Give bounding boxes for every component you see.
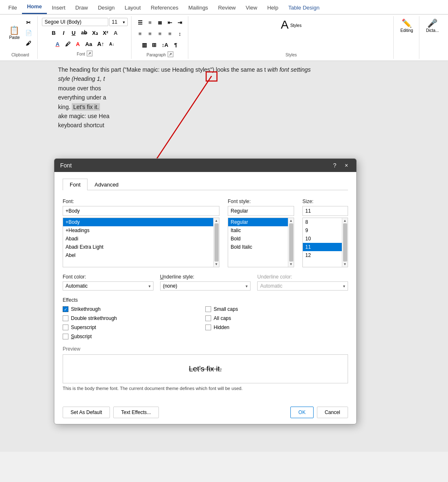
superscript-row[interactable]: Superscript (63, 325, 205, 330)
font-color-dropdown[interactable]: Automatic ▾ (63, 281, 153, 291)
styles-button[interactable]: A Styles (278, 18, 304, 32)
tab-draw[interactable]: Draw (71, 1, 93, 14)
borders-button[interactable]: ⊞ (150, 40, 159, 49)
dialog-help-button[interactable]: ? (331, 162, 339, 169)
style-scroll-up[interactable]: ▲ (290, 219, 293, 223)
change-case-button[interactable]: Aa (83, 39, 95, 48)
font-color-button[interactable]: A (53, 39, 62, 48)
size-8[interactable]: 8 (303, 218, 342, 226)
tab-mailings[interactable]: Mailings (183, 1, 213, 14)
paste-button[interactable]: 📋 Paste (7, 25, 22, 41)
font-size-dropdown[interactable]: 11 ▾ (109, 18, 128, 26)
tab-insert[interactable]: Insert (47, 1, 71, 14)
font-list-item-abel[interactable]: Abel (63, 251, 213, 259)
tab-design[interactable]: Design (93, 1, 119, 14)
ok-button[interactable]: OK (290, 407, 313, 418)
numbering-button[interactable]: ≡ (146, 18, 155, 27)
style-bold-italic[interactable]: Bold Italic (228, 243, 288, 251)
underline-button[interactable]: U (69, 28, 78, 37)
size-scroll-thumb[interactable] (343, 223, 347, 262)
strikethrough-button[interactable]: ab̶ (79, 28, 89, 37)
tab-table-design[interactable]: Table Design (283, 1, 324, 14)
paragraph-dialog-launcher[interactable]: ↗ (168, 51, 173, 57)
double-strikethrough-checkbox[interactable] (63, 315, 68, 321)
bold-button[interactable]: B (49, 28, 58, 37)
scroll-down-arrow[interactable]: ▼ (215, 262, 218, 266)
scroll-up-arrow[interactable]: ▲ (215, 219, 218, 223)
tab-layout[interactable]: Layout (119, 1, 146, 14)
align-center-button[interactable]: ≡ (146, 29, 155, 38)
shading-button[interactable]: ▥ (140, 40, 149, 49)
font-list-item-body[interactable]: +Body (63, 218, 213, 226)
font-list-item-abadi[interactable]: Abadi (63, 235, 213, 243)
size-9[interactable]: 9 (303, 226, 342, 235)
size-list-scrollbar[interactable]: ▲ ▼ (342, 218, 348, 267)
font-dialog-launcher[interactable]: ↗ (87, 51, 93, 56)
cut-button[interactable]: ✂ (23, 18, 34, 27)
subscript-row[interactable]: Subscript (63, 334, 205, 339)
decrease-indent-button[interactable]: ⇤ (166, 18, 175, 27)
shrink-font-button[interactable]: A↓ (107, 39, 116, 48)
copy-button[interactable]: 📄 (23, 28, 34, 37)
size-input[interactable] (302, 206, 348, 216)
style-italic[interactable]: Italic (228, 226, 288, 235)
set-as-default-button[interactable]: Set As Default (63, 407, 110, 418)
format-painter-button[interactable]: 🖌 (23, 39, 34, 48)
align-left-button[interactable]: ≡ (136, 29, 145, 38)
superscript-checkbox[interactable] (63, 325, 68, 330)
strikethrough-checkbox[interactable]: ✓ (63, 306, 68, 312)
superscript-button[interactable]: X² (101, 28, 110, 37)
highlight-button[interactable]: 🖊 (63, 39, 73, 48)
increase-indent-button[interactable]: ⇥ (175, 18, 185, 27)
style-scroll-down[interactable]: ▼ (290, 262, 293, 266)
hidden-row[interactable]: Hidden (205, 325, 348, 330)
size-10[interactable]: 10 (303, 235, 342, 243)
style-bold[interactable]: Bold (228, 235, 288, 243)
grow-font-button[interactable]: A↑ (95, 39, 106, 48)
tab-file[interactable]: File (3, 1, 22, 14)
sort-button[interactable]: ↕A (160, 40, 170, 49)
subscript-checkbox[interactable] (63, 334, 68, 339)
line-spacing-button[interactable]: ↕ (175, 29, 185, 38)
size-scroll-up[interactable]: ▲ (343, 219, 347, 223)
font-name-dropdown[interactable]: Segoe UI (Body) (42, 18, 108, 26)
all-caps-checkbox[interactable] (205, 315, 211, 321)
multilevel-button[interactable]: ≣ (156, 18, 165, 27)
align-right-button[interactable]: ≡ (156, 29, 165, 38)
font-name-input[interactable] (63, 206, 219, 216)
small-caps-row[interactable]: Small caps (205, 306, 348, 312)
text-effects-ribbon-button[interactable]: A (111, 28, 120, 37)
style-regular[interactable]: Regular (228, 218, 288, 226)
tab-font[interactable]: Font (63, 179, 88, 190)
font-style-input[interactable] (228, 206, 294, 216)
size-11[interactable]: 11 (303, 243, 342, 251)
style-list-scrollbar[interactable]: ▲ ▼ (288, 218, 294, 267)
font-list-item-headings[interactable]: +Headings (63, 226, 213, 235)
tab-references[interactable]: References (146, 1, 183, 14)
font-color2-button[interactable]: A (73, 39, 83, 48)
bullets-button[interactable]: ☰ (136, 18, 145, 27)
size-scroll-down[interactable]: ▼ (343, 262, 347, 266)
font-list-scrollbar[interactable]: ▲ ▼ (213, 218, 219, 267)
dictate-button[interactable]: 🎤 Dicta... (424, 18, 441, 34)
tab-help[interactable]: Help (262, 1, 283, 14)
subscript-button[interactable]: X₂ (90, 28, 100, 37)
tab-view[interactable]: View (241, 1, 262, 14)
cancel-button[interactable]: Cancel (317, 407, 348, 418)
tab-advanced[interactable]: Advanced (88, 179, 126, 190)
scroll-thumb[interactable] (214, 223, 219, 262)
double-strikethrough-row[interactable]: Double strikethrough (63, 315, 205, 321)
dialog-close-button[interactable]: × (342, 162, 351, 169)
hidden-checkbox[interactable] (205, 325, 211, 330)
tab-home[interactable]: Home (22, 0, 47, 14)
show-hide-button[interactable]: ¶ (171, 40, 180, 49)
style-scroll-thumb[interactable] (289, 223, 293, 262)
font-list-item-abadi-light[interactable]: Abadi Extra Light (63, 243, 213, 251)
small-caps-checkbox[interactable] (205, 306, 211, 312)
editing-button[interactable]: ✏️ Editing (398, 18, 416, 34)
tab-review[interactable]: Review (213, 1, 241, 14)
size-12[interactable]: 12 (303, 251, 342, 259)
text-effects-button[interactable]: Text Effects... (113, 407, 159, 418)
strikethrough-row[interactable]: ✓ Strikethrough (63, 306, 205, 312)
italic-button[interactable]: I (59, 28, 68, 37)
